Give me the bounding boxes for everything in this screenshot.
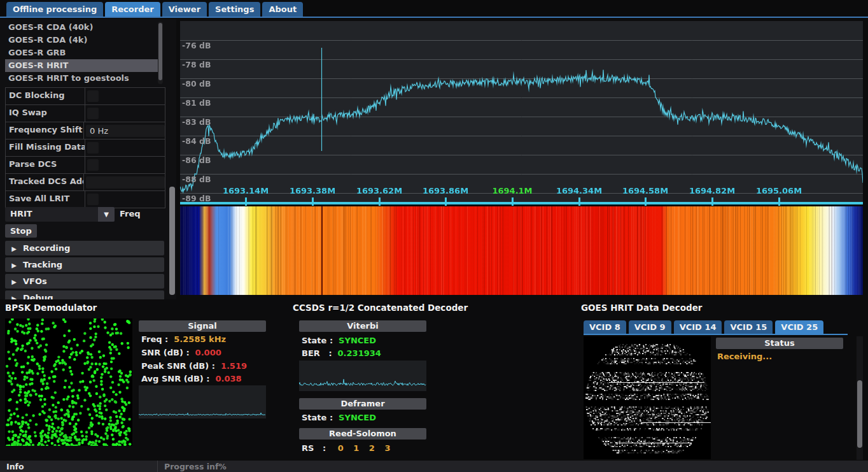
setting-label: Frequency Shift xyxy=(6,122,84,139)
db-tick-label: -76 dB xyxy=(182,41,211,50)
rs-value: 1 xyxy=(353,443,359,453)
tab-vcid-15[interactable]: VCID 15 xyxy=(724,320,773,334)
freq-tick-label: 1693.86M xyxy=(423,186,468,196)
tab-vcid-9[interactable]: VCID 9 xyxy=(629,320,671,334)
rs-value: 2 xyxy=(369,443,375,453)
tab-offline-processing[interactable]: Offline processing xyxy=(6,2,103,17)
iq-swap-checkbox[interactable] xyxy=(87,108,99,119)
pipeline-item[interactable]: GOES-R GRB xyxy=(5,46,163,59)
setting-label: Save All LRIT xyxy=(6,191,85,208)
freq-axis-line xyxy=(180,202,863,204)
avg-snr-row: Avg SNR (dB) :0.038 xyxy=(141,374,242,383)
db-tick-label: -88 dB xyxy=(182,175,211,184)
decoder-scrollbar[interactable] xyxy=(857,380,862,448)
tab-vcid-8[interactable]: VCID 8 xyxy=(584,320,626,334)
viterbi-header: Viterbi xyxy=(299,320,426,332)
main-tab-bar: Offline processing Recorder Viewer Setti… xyxy=(0,0,868,18)
save-all-lrit-checkbox[interactable] xyxy=(87,194,99,205)
setting-row: IQ Swap xyxy=(6,105,165,122)
collapse-arrow-icon: ▶ xyxy=(5,258,23,273)
freq-tick-label: 1694.82M xyxy=(689,186,735,196)
pipeline-list: GOES-R CDA (40k) GOES-R CDA (4k) GOES-R … xyxy=(5,21,163,85)
db-tick-label: -84 dB xyxy=(182,136,211,146)
tab-settings[interactable]: Settings xyxy=(209,2,260,17)
fill-missing-data-checkbox[interactable] xyxy=(87,142,99,154)
peak-snr-row: Peak SNR (dB) :1.519 xyxy=(141,361,247,371)
satdump-window: Offline processing Recorder Viewer Setti… xyxy=(0,0,868,472)
vcid-tab-bar: VCID 8 VCID 9 VCID 14 VCID 15 VCID 25 xyxy=(584,320,823,334)
freq-tick-label: 1695.06M xyxy=(756,186,802,196)
tab-vcid-14[interactable]: VCID 14 xyxy=(674,320,722,334)
setting-row: Frequency Shift xyxy=(6,122,165,139)
parse-dcs-checkbox[interactable] xyxy=(87,159,99,171)
recorder-sidebar: GOES-R CDA (40k) GOES-R CDA (4k) GOES-R … xyxy=(0,19,176,299)
viterbi-state-row: State :SYNCED xyxy=(302,336,376,345)
freq-tick-label: 1693.38M xyxy=(290,186,335,196)
pipeline-list-scrollbar[interactable] xyxy=(158,22,163,84)
progress-label: Progress inf% xyxy=(164,462,227,471)
ber-history-chart xyxy=(299,361,426,391)
freq-label: Freq xyxy=(120,209,141,218)
setting-label: Fill Missing Data xyxy=(6,139,85,156)
tab-recorder[interactable]: Recorder xyxy=(105,2,160,17)
section-vfos[interactable]: ▶VFOs xyxy=(5,274,164,289)
setting-label: Tracked DCS Addres xyxy=(6,174,84,190)
hrit-image-preview xyxy=(584,336,711,459)
setting-row: Tracked DCS Addres xyxy=(6,174,165,191)
fft-spectrum-plot[interactable] xyxy=(180,21,863,203)
db-tick-label: -81 dB xyxy=(182,98,211,108)
db-tick-label: -83 dB xyxy=(182,117,211,127)
setting-row: Save All LRIT xyxy=(6,191,165,208)
setting-row: Fill Missing Data xyxy=(6,139,165,157)
freq-tick-label: 1694.58M xyxy=(622,186,668,196)
setting-label: Parse DCS xyxy=(6,157,85,173)
pipeline-item[interactable]: GOES-R CDA (4k) xyxy=(5,34,163,46)
freq-tick-label: 1693.14M xyxy=(223,186,269,196)
center-freq-tick-label: 1694.1M xyxy=(492,186,532,196)
viterbi-ber-row: BER :0.231934 xyxy=(302,348,381,358)
source-combo-value: HRIT xyxy=(10,209,32,218)
ccsds-decoder-title: CCSDS r=1/2 Concatenated Decoder xyxy=(293,303,468,313)
viterbi-ber-value: 0.231934 xyxy=(338,348,381,358)
setting-label: IQ Swap xyxy=(6,105,85,122)
sidebar-scrollbar[interactable] xyxy=(169,187,175,295)
reed-solomon-row: RS : 0 1 2 3 xyxy=(302,443,390,453)
snr-history-chart xyxy=(139,385,266,418)
tab-vcid-25[interactable]: VCID 25 xyxy=(775,320,823,334)
collapse-arrow-icon: ▶ xyxy=(5,275,23,289)
tracked-dcs-address-input[interactable] xyxy=(86,176,165,189)
pipeline-item[interactable]: GOES-R CDA (40k) xyxy=(5,21,163,34)
dc-blocking-checkbox[interactable] xyxy=(87,90,99,102)
snr-row: SNR (dB) :0.000 xyxy=(141,348,221,357)
pipeline-settings-table: DC Blocking IQ Swap Frequency Shift Fill… xyxy=(5,87,165,208)
freq-tick-label: 1694.34M xyxy=(556,186,602,196)
waterfall-display[interactable] xyxy=(180,206,863,295)
setting-row: Parse DCS xyxy=(6,157,165,174)
hrit-decoder-title: GOES HRIT Data Decoder xyxy=(581,303,703,313)
tab-viewer[interactable]: Viewer xyxy=(162,2,207,17)
tab-about[interactable]: About xyxy=(262,2,303,17)
section-tracking[interactable]: ▶Tracking xyxy=(5,257,164,272)
section-recording[interactable]: ▶Recording xyxy=(5,241,164,255)
vcid-tab-underline xyxy=(584,334,848,335)
status-header: Status xyxy=(716,338,843,349)
frequency-shift-input[interactable] xyxy=(86,125,165,137)
collapse-arrow-icon: ▶ xyxy=(5,291,23,299)
pipeline-item-selected[interactable]: GOES-R HRIT xyxy=(5,59,163,72)
pipeline-item[interactable]: GOES-R HRIT to goestools xyxy=(5,72,163,85)
status-bar: Info Progress inf% xyxy=(0,460,868,472)
section-debug[interactable]: ▶Debug xyxy=(5,290,164,299)
chevron-down-icon: ▼ xyxy=(98,207,115,222)
viterbi-state-value: SYNCED xyxy=(339,336,376,345)
receiving-status: Receiving... xyxy=(717,352,772,361)
collapse-arrow-icon: ▶ xyxy=(5,241,23,256)
deframer-header: Deframer xyxy=(299,398,426,410)
info-label: Info xyxy=(6,462,24,471)
freq-value: 5.2585 kHz xyxy=(174,334,226,344)
snr-value: 0.000 xyxy=(195,348,221,357)
avg-snr-value: 0.038 xyxy=(216,374,242,383)
stop-button[interactable]: Stop xyxy=(5,224,37,238)
peak-snr-value: 1.519 xyxy=(221,361,247,371)
source-combo[interactable]: HRIT ▼ xyxy=(5,207,115,222)
db-tick-label: -80 dB xyxy=(182,79,211,89)
